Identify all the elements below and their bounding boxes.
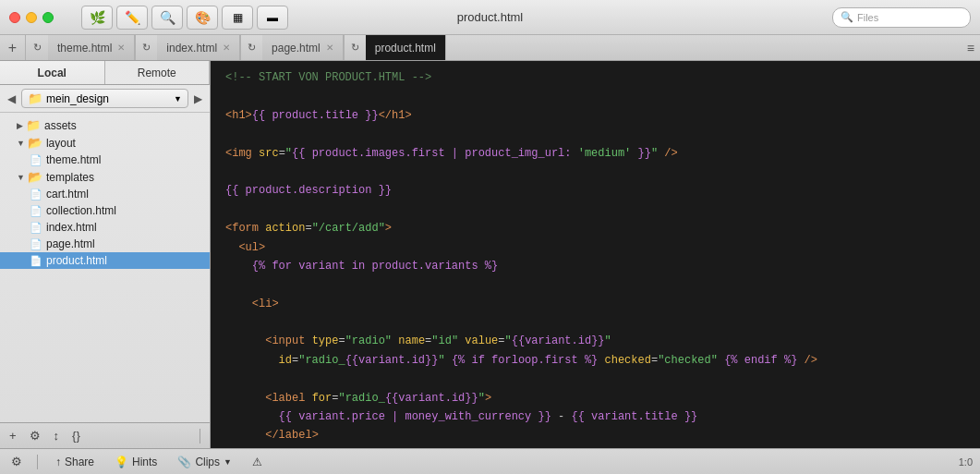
line-column-indicator: 1:0 <box>959 456 973 468</box>
tab-bar: + ↻ theme.html ✕ ↻ index.html ✕ ↻ page.h… <box>0 35 980 61</box>
search-bar[interactable]: 🔍 Files <box>832 7 971 28</box>
code-button[interactable]: {} <box>68 427 84 444</box>
tab-page-html[interactable]: page.html ✕ <box>262 35 344 60</box>
code-line: {% for variant in product.variants %} <box>225 257 965 275</box>
tree-label: theme.html <box>46 153 101 166</box>
code-line: <form action="/cart/add"> <box>225 219 965 237</box>
code-line: <li> <box>225 295 965 313</box>
project-selector[interactable]: 📁 mein_design ▼ <box>21 89 188 108</box>
tab-close-icon[interactable]: ✕ <box>117 43 125 53</box>
code-line <box>225 313 965 332</box>
tree-item-index-html[interactable]: 📄 index.html <box>0 219 210 236</box>
tree-item-theme-html[interactable]: 📄 theme.html <box>0 152 210 168</box>
tab-label: theme.html <box>57 42 112 55</box>
refresh-tab-button[interactable]: ↻ <box>26 35 48 60</box>
sort-button[interactable]: ↕ <box>50 427 64 444</box>
edit-icon[interactable]: ✏️ <box>116 6 148 30</box>
dropdown-arrow: ▼ <box>174 94 182 103</box>
tab-refresh-3[interactable]: ↻ <box>240 35 262 60</box>
tab-close-icon[interactable]: ✕ <box>223 43 230 53</box>
tree-item-layout[interactable]: ▼ 📂 layout <box>0 134 210 152</box>
close-button[interactable] <box>9 12 20 23</box>
search-magnify-icon[interactable]: 🔍 <box>151 6 183 30</box>
file-icon: 📄 <box>30 238 42 250</box>
triangle-icon: ▼ <box>17 139 25 148</box>
tree-label: collection.html <box>46 204 116 217</box>
sidebar: Local Remote ◀ 📁 mein_design ▼ ▶ ▶ 📁 ass… <box>0 61 211 448</box>
sidebar-footer: + ⚙ ↕ {} <box>0 422 210 448</box>
tree-label: assets <box>44 119 77 132</box>
share-button[interactable]: ↑ Share <box>49 453 101 471</box>
hints-button[interactable]: 💡 Hints <box>108 453 163 471</box>
tree-item-cart-html[interactable]: 📄 cart.html <box>0 186 210 202</box>
tree-label: index.html <box>46 221 97 234</box>
code-line: id="radio_{{variant.id}}" {% if forloop.… <box>225 351 965 370</box>
tree-item-product-html[interactable]: 📄 product.html <box>0 252 210 269</box>
traffic-lights <box>9 12 54 23</box>
panel-icon[interactable]: ▬ <box>257 6 288 30</box>
search-icon: 🔍 <box>841 11 853 23</box>
nav-back-button[interactable]: ◀ <box>6 91 18 107</box>
nav-forward-button[interactable]: ▶ <box>192 91 204 107</box>
code-line: <h1>{{ product.title }}</h1> <box>225 106 965 125</box>
code-line: <ul> <box>225 238 965 257</box>
minimize-button[interactable] <box>26 12 37 23</box>
sidebar-tab-local[interactable]: Local <box>0 61 105 84</box>
code-line: <label for="radio_{{variant.id}}"> <box>225 389 965 407</box>
add-file-button[interactable]: + <box>6 427 20 444</box>
warning-button[interactable]: ⚠ <box>246 453 269 471</box>
sidebar-tab-remote[interactable]: Remote <box>105 61 211 84</box>
add-tab-button[interactable]: + <box>0 35 26 60</box>
code-line <box>225 201 965 219</box>
bottom-bar: ⚙ ↑ Share 💡 Hints 📎 Clips ▼ ⚠ 1:0 <box>0 448 980 474</box>
triangle-icon: ▶ <box>17 121 23 130</box>
code-line <box>225 370 965 388</box>
search-placeholder: Files <box>857 12 878 23</box>
project-name: mein_design <box>46 92 109 105</box>
folder-icon: 📁 <box>28 91 42 105</box>
share-label: Share <box>65 456 94 468</box>
tab-close-icon[interactable]: ✕ <box>326 43 333 53</box>
tab-theme-html[interactable]: theme.html ✕ <box>48 35 135 60</box>
color-icon[interactable]: 🎨 <box>187 6 218 30</box>
maximize-button[interactable] <box>42 12 54 23</box>
clips-icon: 📎 <box>177 456 191 468</box>
toolbar: 🌿 ✏️ 🔍 🎨 ▦ ▬ <box>81 6 288 30</box>
settings-button[interactable]: ⚙ <box>26 427 44 444</box>
file-icon: 📄 <box>30 205 42 217</box>
share-icon: ↑ <box>55 456 61 468</box>
tree-label: page.html <box>46 237 95 250</box>
code-line <box>225 87 965 105</box>
title-bar: 🌿 ✏️ 🔍 🎨 ▦ ▬ product.html 🔍 Files <box>0 0 980 35</box>
tab-more-button[interactable]: ≡ <box>967 41 974 55</box>
gear-icon[interactable]: ⚙ <box>7 453 26 470</box>
tree-item-page-html[interactable]: 📄 page.html <box>0 236 210 252</box>
clips-label: Clips <box>195 456 220 468</box>
file-icon: 📄 <box>30 222 42 234</box>
editor-area[interactable]: <!-- START VON PRODUCT.HTML --> <h1>{{ p… <box>211 61 980 448</box>
code-line <box>225 125 965 143</box>
file-icon: 📄 <box>30 154 42 166</box>
window-title: product.html <box>457 10 524 24</box>
clips-button[interactable]: 📎 Clips ▼ <box>171 453 238 471</box>
leaf-icon[interactable]: 🌿 <box>81 6 113 30</box>
sidebar-nav: ◀ 📁 mein_design ▼ ▶ <box>0 85 210 113</box>
file-icon: 📄 <box>30 188 42 201</box>
tree-item-collection-html[interactable]: 📄 collection.html <box>0 202 210 219</box>
tree-item-templates[interactable]: ▼ 📂 templates <box>0 168 210 186</box>
code-line: <input type="radio" name="id" value="{{v… <box>225 332 965 350</box>
clips-dropdown-arrow: ▼ <box>224 457 232 467</box>
code-line: <!-- START VON PRODUCT.HTML --> <box>225 68 965 87</box>
tab-index-html[interactable]: index.html ✕ <box>157 35 240 60</box>
hints-icon: 💡 <box>115 456 128 468</box>
tree-item-assets[interactable]: ▶ 📁 assets <box>0 116 210 134</box>
tree-label: layout <box>46 137 76 150</box>
grid-icon[interactable]: ▦ <box>222 6 253 30</box>
code-line: {{ variant.price | money_with_currency }… <box>225 407 965 426</box>
tab-refresh-2[interactable]: ↻ <box>135 35 157 60</box>
tree-label: templates <box>46 171 94 184</box>
tab-refresh-4[interactable]: ↻ <box>344 35 366 60</box>
tab-controls: ≡ <box>962 35 980 60</box>
folder-icon: 📂 <box>28 136 42 150</box>
tab-product-html[interactable]: product.html <box>366 35 446 60</box>
